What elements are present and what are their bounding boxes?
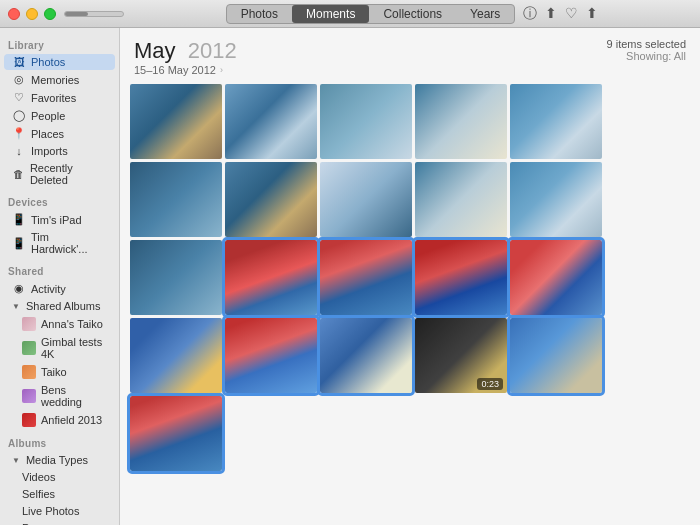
photo-thumb[interactable] xyxy=(415,162,507,237)
sidebar-item-label: Anfield 2013 xyxy=(41,414,102,426)
sidebar-item-bens-wedding[interactable]: Bens wedding xyxy=(4,382,115,410)
photo-thumb[interactable] xyxy=(130,162,222,237)
sidebar-item-label: Anna's Taiko xyxy=(41,318,103,330)
sidebar-item-favorites[interactable]: ♡ Favorites xyxy=(4,89,115,106)
photo-thumb[interactable] xyxy=(225,84,317,159)
imports-icon: ↓ xyxy=(12,145,26,157)
sidebar-item-recently-deleted[interactable]: 🗑 Recently Deleted xyxy=(4,160,115,188)
ipad-icon: 📱 xyxy=(12,213,26,226)
album-thumb xyxy=(22,365,36,379)
photo-thumb[interactable] xyxy=(130,318,222,393)
sidebar-item-panoramas[interactable]: Panoramas xyxy=(4,520,115,525)
photo-thumb[interactable] xyxy=(510,84,602,159)
places-icon: 📍 xyxy=(12,127,26,140)
selection-info: 9 items selected Showing: All xyxy=(607,38,686,62)
sidebar-item-anfield-2013[interactable]: Anfield 2013 xyxy=(4,411,115,429)
sidebar-item-media-types[interactable]: ▼ Media Types xyxy=(4,452,115,468)
sidebar-item-photos[interactable]: 🖼 Photos xyxy=(4,54,115,70)
sidebar-item-label: Imports xyxy=(31,145,68,157)
year-label: 2012 xyxy=(188,38,237,63)
info-icon[interactable]: ⓘ xyxy=(523,5,537,23)
photo-thumb[interactable] xyxy=(510,240,602,315)
sidebar-item-gimbal-tests[interactable]: Gimbal tests 4K xyxy=(4,334,115,362)
close-button[interactable] xyxy=(8,8,20,20)
traffic-lights xyxy=(8,8,56,20)
photo-thumb[interactable]: 0:23 xyxy=(415,318,507,393)
photo-grid-container[interactable]: 0:23 xyxy=(120,80,700,525)
sidebar-item-label: Bens wedding xyxy=(41,384,107,408)
tab-collections[interactable]: Collections xyxy=(369,5,456,23)
sidebar-item-label: Tim Hardwick'... xyxy=(31,231,107,255)
sidebar-item-tim-hardwick[interactable]: 📱 Tim Hardwick'... xyxy=(4,229,115,257)
selection-count: 9 items selected xyxy=(607,38,686,50)
tab-years[interactable]: Years xyxy=(456,5,514,23)
photo-thumb[interactable] xyxy=(510,162,602,237)
chevron-down-icon: ▼ xyxy=(12,456,20,465)
minimize-button[interactable] xyxy=(26,8,38,20)
sidebar-item-label: Media Types xyxy=(26,454,88,466)
photo-thumb[interactable] xyxy=(130,240,222,315)
date-range: 15–16 May 2012 xyxy=(134,64,216,76)
photo-thumb[interactable] xyxy=(225,240,317,315)
activity-icon: ◉ xyxy=(12,282,26,295)
sidebar-item-label: Taiko xyxy=(41,366,67,378)
sidebar-item-label: Activity xyxy=(31,283,66,295)
trash-icon: 🗑 xyxy=(12,168,25,180)
photo-thumb[interactable] xyxy=(320,240,412,315)
sidebar-item-places[interactable]: 📍 Places xyxy=(4,125,115,142)
sidebar-item-people[interactable]: ◯ People xyxy=(4,107,115,124)
heart-icon[interactable]: ♡ xyxy=(565,5,578,23)
photo-thumb[interactable] xyxy=(510,318,602,393)
share-icon[interactable]: ⬆ xyxy=(545,5,557,23)
sidebar-item-selfies[interactable]: Selfies xyxy=(4,486,115,502)
photos-icon: 🖼 xyxy=(12,56,26,68)
sidebar-item-live-photos[interactable]: Live Photos xyxy=(4,503,115,519)
people-icon: ◯ xyxy=(12,109,26,122)
photo-thumb[interactable] xyxy=(130,84,222,159)
album-thumb xyxy=(22,389,36,403)
photo-thumb[interactable] xyxy=(225,162,317,237)
titlebar-icons: ⓘ ⬆ ♡ ⬆ xyxy=(523,5,598,23)
sidebar-item-taiko[interactable]: Taiko xyxy=(4,363,115,381)
sidebar-item-label: People xyxy=(31,110,65,122)
sidebar-item-imports[interactable]: ↓ Imports xyxy=(4,143,115,159)
sidebar-item-label: Shared Albums xyxy=(26,300,101,312)
sidebar: Library 🖼 Photos ◎ Memories ♡ Favorites … xyxy=(0,28,120,525)
top-bar: May 2012 15–16 May 2012 › 9 items select… xyxy=(134,38,686,76)
sidebar-item-videos[interactable]: Videos xyxy=(4,469,115,485)
albums-section-label: Albums xyxy=(0,430,119,451)
sidebar-item-label: Favorites xyxy=(31,92,76,104)
content-area: May 2012 15–16 May 2012 › 9 items select… xyxy=(120,28,700,525)
sidebar-item-label: Selfies xyxy=(22,488,55,500)
photo-thumb[interactable] xyxy=(415,84,507,159)
showing-label: Showing: All xyxy=(607,50,686,62)
sidebar-item-annas-taiko[interactable]: Anna's Taiko xyxy=(4,315,115,333)
chevron-right-icon: › xyxy=(220,65,223,75)
album-thumb xyxy=(22,341,36,355)
photo-thumb[interactable] xyxy=(415,240,507,315)
sidebar-item-tims-ipad[interactable]: 📱 Tim's iPad xyxy=(4,211,115,228)
sidebar-item-shared-albums[interactable]: ▼ Shared Albums xyxy=(4,298,115,314)
rotate-icon[interactable]: ⬆ xyxy=(586,5,598,23)
month-label: May xyxy=(134,38,176,63)
app-body: Library 🖼 Photos ◎ Memories ♡ Favorites … xyxy=(0,28,700,525)
sidebar-item-label: Gimbal tests 4K xyxy=(41,336,107,360)
chevron-down-icon: ▼ xyxy=(12,302,20,311)
album-thumb xyxy=(22,317,36,331)
library-section-label: Library xyxy=(0,32,119,53)
sidebar-item-label: Memories xyxy=(31,74,79,86)
sidebar-item-activity[interactable]: ◉ Activity xyxy=(4,280,115,297)
sidebar-item-label: Places xyxy=(31,128,64,140)
photo-thumb[interactable] xyxy=(225,318,317,393)
photo-thumb[interactable] xyxy=(320,318,412,393)
tab-moments[interactable]: Moments xyxy=(292,5,369,23)
sidebar-item-memories[interactable]: ◎ Memories xyxy=(4,71,115,88)
photo-thumb[interactable] xyxy=(320,162,412,237)
titlebar: Photos Moments Collections Years ⓘ ⬆ ♡ ⬆ xyxy=(0,0,700,28)
tab-photos[interactable]: Photos xyxy=(227,5,292,23)
nav-tabs: Photos Moments Collections Years xyxy=(226,4,516,24)
shared-section-label: Shared xyxy=(0,258,119,279)
photo-thumb[interactable] xyxy=(130,396,222,471)
maximize-button[interactable] xyxy=(44,8,56,20)
photo-thumb[interactable] xyxy=(320,84,412,159)
